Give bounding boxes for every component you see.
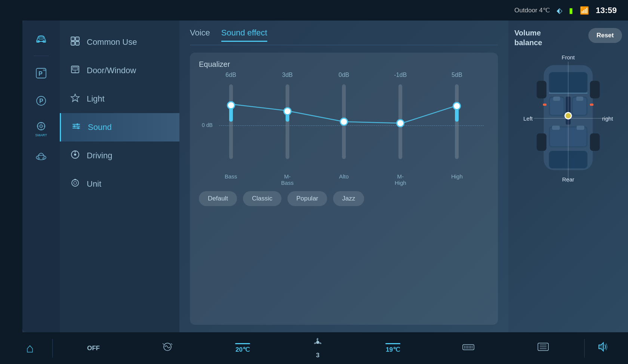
svg-point-35 xyxy=(74,179,76,180)
slider-thumb-bass[interactable] xyxy=(227,101,235,109)
home-icon[interactable]: ⌂ xyxy=(26,341,34,355)
slider-thumb-mhigh[interactable] xyxy=(396,119,404,127)
bottom-sound[interactable] xyxy=(588,341,617,355)
bottom-ctrl-temp1[interactable]: 20℃ xyxy=(235,343,250,354)
sound-volume-icon[interactable] xyxy=(596,343,609,355)
volume-header: Volumebalance Reset xyxy=(514,28,622,47)
svg-point-8 xyxy=(40,125,43,128)
off-label: OFF xyxy=(87,345,100,352)
preset-btn-default[interactable]: Default xyxy=(199,191,237,206)
svg-rect-21 xyxy=(73,67,78,70)
svg-point-31 xyxy=(74,153,76,156)
left-sidebar: P P SMART xyxy=(22,21,60,332)
unit-icon xyxy=(70,178,80,190)
balance-line-vertical xyxy=(568,62,569,183)
svg-marker-23 xyxy=(71,94,79,102)
menu-item-light-label: Light xyxy=(87,94,105,104)
slider-alto[interactable] xyxy=(329,81,359,170)
tabs: Voice Sound effect xyxy=(190,28,498,45)
preset-btn-jazz[interactable]: Jazz xyxy=(333,191,364,206)
common-use-icon xyxy=(70,36,80,48)
slider-mbass[interactable] xyxy=(273,81,302,170)
main-area: P P SMART xyxy=(22,21,628,332)
temp1-underline xyxy=(235,343,250,344)
menu-item-driving-label: Driving xyxy=(87,151,112,161)
tab-voice[interactable]: Voice xyxy=(190,28,210,42)
bottom-ctrl-fan[interactable]: 3 xyxy=(311,337,324,359)
ac-icon xyxy=(161,342,174,355)
bottom-divider-2 xyxy=(584,339,585,358)
menu-item-light[interactable]: Light xyxy=(60,85,179,113)
svg-point-60 xyxy=(316,341,319,344)
preset-btn-classic[interactable]: Classic xyxy=(243,191,281,206)
menu-item-door-window[interactable]: Door/Window xyxy=(60,56,179,85)
svg-line-58 xyxy=(163,343,164,345)
menu-item-door-window-label: Door/Window xyxy=(87,66,136,75)
bottom-ctrl-seat[interactable] xyxy=(536,342,550,355)
slider-track-mbass xyxy=(286,84,289,159)
bottom-ctrl-ac[interactable] xyxy=(161,342,174,355)
freq-label-1: M-Bass xyxy=(273,173,302,186)
svg-rect-55 xyxy=(543,104,547,106)
freq-label-0: Bass xyxy=(216,173,246,186)
sidebar-icon-car[interactable] xyxy=(31,28,52,49)
balance-crosshair[interactable] xyxy=(564,112,572,119)
freq-label-2: Alto xyxy=(329,173,359,186)
menu-item-driving[interactable]: Driving xyxy=(60,141,179,170)
outer-frame xyxy=(0,0,22,364)
car-view: Front Rear Left right xyxy=(523,51,613,186)
door-window-icon xyxy=(70,65,80,77)
fan-speed-value: 3 xyxy=(316,352,319,359)
slider-high[interactable] xyxy=(442,81,472,170)
sound-icon xyxy=(71,121,81,133)
slider-track-mhigh xyxy=(398,84,402,159)
battery-icon: ▮ xyxy=(569,6,573,15)
svg-point-28 xyxy=(77,124,78,125)
slider-thumb-alto[interactable] xyxy=(340,118,348,126)
svg-point-33 xyxy=(72,180,78,186)
content-panel: Voice Sound effect Equalizer 6dB 3dB 0dB… xyxy=(179,21,508,332)
svg-text:P: P xyxy=(39,71,43,77)
freq-label-3: M-High xyxy=(385,173,415,186)
sliders-row xyxy=(199,81,489,170)
svg-rect-53 xyxy=(552,126,560,130)
sidebar-icon-parking2[interactable]: P xyxy=(31,90,52,111)
menu-item-unit[interactable]: Unit xyxy=(60,170,179,198)
svg-rect-18 xyxy=(71,41,75,45)
svg-rect-51 xyxy=(553,97,560,101)
db-labels-row: 6dB 3dB 0dB -1dB 5dB xyxy=(199,72,489,78)
menu-item-sound[interactable]: Sound xyxy=(60,113,179,141)
top-bar: Outdoor 4℃ ⬖ ▮ 📶 13:59 xyxy=(0,0,628,21)
slider-bass[interactable] xyxy=(216,81,246,170)
sidebar-sep-1 xyxy=(34,56,49,56)
sidebar-icon-smart[interactable]: SMART xyxy=(31,118,52,139)
preset-btn-popular[interactable]: Popular xyxy=(287,191,327,206)
menu-item-common-use[interactable]: Common Use xyxy=(60,28,179,56)
db-label-3: -1dB xyxy=(385,72,415,78)
sidebar-icon-vehicle[interactable] xyxy=(31,146,52,167)
sidebar-icon-parking[interactable]: P xyxy=(31,63,52,84)
slider-mhigh[interactable] xyxy=(385,81,415,170)
slider-thumb-mbass[interactable] xyxy=(283,107,292,115)
svg-point-15 xyxy=(43,158,44,159)
bottom-home[interactable]: ⌂ xyxy=(11,341,49,355)
svg-text:P: P xyxy=(39,98,43,104)
reset-button[interactable]: Reset xyxy=(588,28,622,43)
fan-icon xyxy=(311,337,324,350)
tab-sound-effect[interactable]: Sound effect xyxy=(221,28,267,42)
slider-thumb-high[interactable] xyxy=(453,102,461,110)
bottom-ctrl-defrost[interactable] xyxy=(462,342,475,355)
balance-line-horizontal xyxy=(534,118,610,119)
menu-item-unit-label: Unit xyxy=(87,179,101,189)
db-label-2: 0dB xyxy=(329,72,359,78)
bluetooth-icon: ⬖ xyxy=(557,6,562,15)
bottom-ctrl-temp2[interactable]: 19℃ xyxy=(385,343,400,354)
bottom-ctrl-off[interactable]: OFF xyxy=(87,345,100,352)
smart-label: SMART xyxy=(35,133,47,137)
freq-label-4: High xyxy=(442,173,472,186)
svg-point-27 xyxy=(74,125,76,127)
svg-line-59 xyxy=(171,343,172,345)
preset-buttons: Default Classic Popular Jazz xyxy=(199,191,489,206)
svg-rect-56 xyxy=(590,104,593,106)
svg-rect-2 xyxy=(39,37,43,39)
